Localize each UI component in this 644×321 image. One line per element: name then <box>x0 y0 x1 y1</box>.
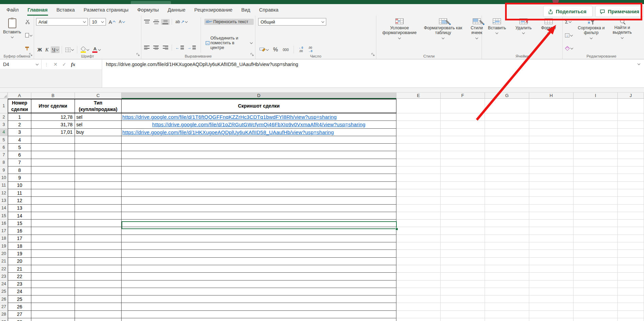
cell-F7[interactable] <box>441 151 485 159</box>
cell-I12[interactable] <box>574 189 618 197</box>
cell-B6[interactable] <box>31 144 75 151</box>
cell-A7[interactable]: 6 <box>8 151 31 159</box>
align-bottom-button[interactable] <box>161 19 170 25</box>
cell-J13[interactable] <box>618 197 644 204</box>
cell-D11[interactable] <box>122 182 396 189</box>
cell-B29[interactable] <box>31 318 75 321</box>
cell-A16[interactable]: 15 <box>8 220 31 227</box>
cell-J10[interactable] <box>618 174 644 181</box>
column-header-G[interactable]: G <box>485 93 529 99</box>
cell-D13[interactable] <box>122 197 396 204</box>
cell-G11[interactable] <box>485 182 529 189</box>
sort-filter-button[interactable]: АЯ Сортировка и фильтр <box>576 17 607 53</box>
cell-A2[interactable]: 1 <box>8 113 31 121</box>
row-header-11[interactable]: 11 <box>0 182 8 189</box>
formula-bar-input[interactable]: https://drive.google.com/file/d/1HKXugoe… <box>102 60 632 69</box>
row-header-4[interactable]: 4 <box>0 129 8 136</box>
link-D2[interactable]: https://drive.google.com/file/d/1T6ftQQG… <box>122 114 337 120</box>
row-header-13[interactable]: 13 <box>0 197 8 204</box>
cell-H14[interactable] <box>529 205 574 212</box>
cell-E21[interactable] <box>396 258 441 265</box>
cell-C26[interactable] <box>75 295 122 303</box>
format-as-table-button[interactable]: Форматировать как таблицу <box>421 17 465 53</box>
row-header-15[interactable]: 15 <box>0 212 8 220</box>
cell-E12[interactable] <box>396 189 441 197</box>
underline-button[interactable]: Ч <box>51 46 60 53</box>
row-header-10[interactable]: 10 <box>0 174 8 181</box>
cell-B19[interactable] <box>31 242 75 250</box>
row-header-28[interactable]: 28 <box>0 311 8 318</box>
dialog-launcher-icon[interactable] <box>371 51 375 58</box>
cell-J18[interactable] <box>618 235 644 242</box>
column-header-E[interactable]: E <box>396 93 441 99</box>
cell-H19[interactable] <box>529 242 574 250</box>
cell-D24[interactable] <box>122 280 396 288</box>
cell-A6[interactable]: 5 <box>8 144 31 151</box>
cell-J19[interactable] <box>618 242 644 250</box>
cell-J28[interactable] <box>618 311 644 318</box>
cell-I24[interactable] <box>574 280 618 288</box>
cell-F22[interactable] <box>441 265 485 273</box>
cell-D18[interactable] <box>122 235 396 242</box>
cell-H8[interactable] <box>529 159 574 166</box>
cell-I10[interactable] <box>574 174 618 181</box>
cell-G18[interactable] <box>485 235 529 242</box>
cell-G14[interactable] <box>485 205 529 212</box>
cell-G6[interactable] <box>485 144 529 151</box>
column-header-I[interactable]: I <box>574 93 618 99</box>
cell-G4[interactable] <box>485 129 529 136</box>
fill-button[interactable]: ↓ <box>564 33 574 38</box>
cell-E10[interactable] <box>396 174 441 181</box>
cell-D9[interactable] <box>122 166 396 174</box>
fill-color-button[interactable] <box>79 46 90 53</box>
borders-button[interactable] <box>64 47 75 53</box>
cell-D6[interactable] <box>122 144 396 151</box>
comma-style-button[interactable]: 000 <box>281 47 290 52</box>
cell-F26[interactable] <box>441 295 485 303</box>
row-header-2[interactable]: 2 <box>0 113 8 121</box>
italic-button[interactable]: К <box>44 46 50 53</box>
tab-formulas[interactable]: Формулы <box>133 4 163 16</box>
cell-D8[interactable] <box>122 159 396 166</box>
cell-C16[interactable] <box>75 220 122 227</box>
cell-E20[interactable] <box>396 250 441 257</box>
cell-C18[interactable] <box>75 235 122 242</box>
bold-button[interactable]: Ж <box>36 46 43 53</box>
cell-I29[interactable] <box>574 318 618 321</box>
cell-I21[interactable] <box>574 258 618 265</box>
column-header-F[interactable]: F <box>441 93 485 99</box>
cell-D2[interactable]: https://drive.google.com/file/d/1T6ftQQG… <box>122 113 396 121</box>
cell-G13[interactable] <box>485 197 529 204</box>
cell-A9[interactable]: 8 <box>8 166 31 174</box>
cell-B28[interactable] <box>31 311 75 318</box>
cell-C5[interactable] <box>75 136 122 144</box>
increase-indent-button[interactable]: → <box>186 45 197 51</box>
cell-J6[interactable] <box>618 144 644 151</box>
cell-J2[interactable] <box>618 113 644 121</box>
cell-F27[interactable] <box>441 303 485 310</box>
cell-G26[interactable] <box>485 295 529 303</box>
cell-I8[interactable] <box>574 159 618 166</box>
cell-E23[interactable] <box>396 273 441 280</box>
cell-G1[interactable] <box>485 99 529 113</box>
align-middle-button[interactable] <box>152 19 160 25</box>
cell-G28[interactable] <box>485 311 529 318</box>
cell-A25[interactable]: 24 <box>8 288 31 295</box>
align-right-button[interactable] <box>161 45 170 51</box>
cell-F23[interactable] <box>441 273 485 280</box>
cell-B9[interactable] <box>31 166 75 174</box>
cell-B26[interactable] <box>31 295 75 303</box>
row-header-21[interactable]: 21 <box>0 258 8 265</box>
tab-insert[interactable]: Вставка <box>52 4 79 16</box>
cell-C25[interactable] <box>75 288 122 295</box>
cell-J23[interactable] <box>618 273 644 280</box>
cell-A24[interactable]: 23 <box>8 280 31 288</box>
cell-A8[interactable]: 7 <box>8 159 31 166</box>
cell-C7[interactable] <box>75 151 122 159</box>
drag-handle-icon[interactable]: ⋮ <box>44 62 49 67</box>
cell-J9[interactable] <box>618 166 644 174</box>
cell-G8[interactable] <box>485 159 529 166</box>
cell-J26[interactable] <box>618 295 644 303</box>
cell-B2[interactable]: 12,78 <box>31 113 75 121</box>
cell-D20[interactable] <box>122 250 396 257</box>
